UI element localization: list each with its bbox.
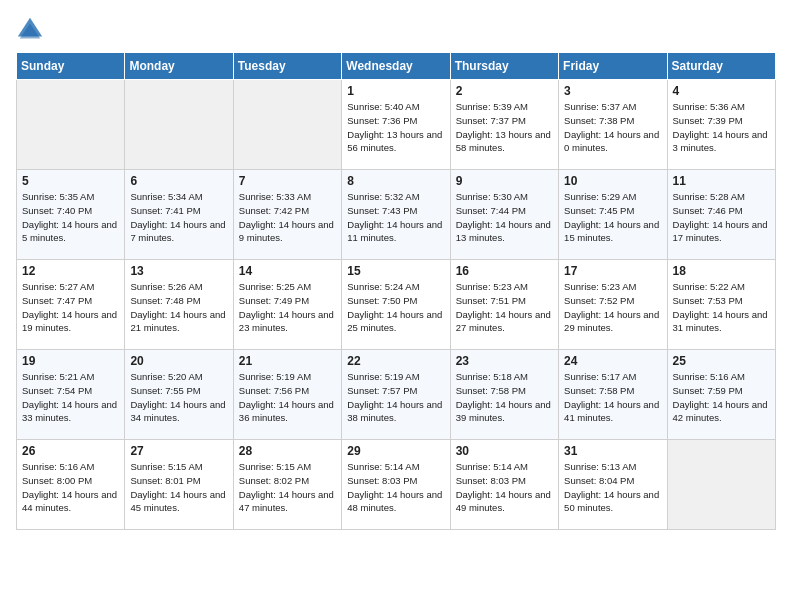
calendar-week-row: 12Sunrise: 5:27 AMSunset: 7:47 PMDayligh… — [17, 260, 776, 350]
day-detail: Sunrise: 5:19 AMSunset: 7:56 PMDaylight:… — [239, 370, 336, 425]
day-number: 9 — [456, 174, 553, 188]
day-detail: Sunrise: 5:30 AMSunset: 7:44 PMDaylight:… — [456, 190, 553, 245]
page-header — [16, 16, 776, 44]
logo-icon — [16, 16, 44, 44]
calendar-header: SundayMondayTuesdayWednesdayThursdayFrid… — [17, 53, 776, 80]
day-detail: Sunrise: 5:13 AMSunset: 8:04 PMDaylight:… — [564, 460, 661, 515]
day-number: 11 — [673, 174, 770, 188]
calendar-cell: 26Sunrise: 5:16 AMSunset: 8:00 PMDayligh… — [17, 440, 125, 530]
day-detail: Sunrise: 5:14 AMSunset: 8:03 PMDaylight:… — [347, 460, 444, 515]
weekday-header: Wednesday — [342, 53, 450, 80]
day-detail: Sunrise: 5:34 AMSunset: 7:41 PMDaylight:… — [130, 190, 227, 245]
day-number: 10 — [564, 174, 661, 188]
calendar-cell: 3Sunrise: 5:37 AMSunset: 7:38 PMDaylight… — [559, 80, 667, 170]
day-detail: Sunrise: 5:22 AMSunset: 7:53 PMDaylight:… — [673, 280, 770, 335]
calendar-cell: 2Sunrise: 5:39 AMSunset: 7:37 PMDaylight… — [450, 80, 558, 170]
day-number: 4 — [673, 84, 770, 98]
weekday-header: Tuesday — [233, 53, 341, 80]
weekday-header: Thursday — [450, 53, 558, 80]
day-number: 17 — [564, 264, 661, 278]
day-detail: Sunrise: 5:32 AMSunset: 7:43 PMDaylight:… — [347, 190, 444, 245]
calendar-cell: 10Sunrise: 5:29 AMSunset: 7:45 PMDayligh… — [559, 170, 667, 260]
day-number: 21 — [239, 354, 336, 368]
day-number: 23 — [456, 354, 553, 368]
day-detail: Sunrise: 5:28 AMSunset: 7:46 PMDaylight:… — [673, 190, 770, 245]
weekday-header: Saturday — [667, 53, 775, 80]
day-number: 5 — [22, 174, 119, 188]
day-detail: Sunrise: 5:20 AMSunset: 7:55 PMDaylight:… — [130, 370, 227, 425]
day-detail: Sunrise: 5:14 AMSunset: 8:03 PMDaylight:… — [456, 460, 553, 515]
day-detail: Sunrise: 5:15 AMSunset: 8:02 PMDaylight:… — [239, 460, 336, 515]
day-detail: Sunrise: 5:37 AMSunset: 7:38 PMDaylight:… — [564, 100, 661, 155]
calendar-cell: 17Sunrise: 5:23 AMSunset: 7:52 PMDayligh… — [559, 260, 667, 350]
day-number: 19 — [22, 354, 119, 368]
day-number: 14 — [239, 264, 336, 278]
day-detail: Sunrise: 5:40 AMSunset: 7:36 PMDaylight:… — [347, 100, 444, 155]
day-detail: Sunrise: 5:33 AMSunset: 7:42 PMDaylight:… — [239, 190, 336, 245]
day-number: 2 — [456, 84, 553, 98]
day-detail: Sunrise: 5:29 AMSunset: 7:45 PMDaylight:… — [564, 190, 661, 245]
day-number: 3 — [564, 84, 661, 98]
calendar-cell: 7Sunrise: 5:33 AMSunset: 7:42 PMDaylight… — [233, 170, 341, 260]
day-detail: Sunrise: 5:21 AMSunset: 7:54 PMDaylight:… — [22, 370, 119, 425]
day-detail: Sunrise: 5:19 AMSunset: 7:57 PMDaylight:… — [347, 370, 444, 425]
day-number: 13 — [130, 264, 227, 278]
calendar-cell — [17, 80, 125, 170]
calendar-cell: 28Sunrise: 5:15 AMSunset: 8:02 PMDayligh… — [233, 440, 341, 530]
day-detail: Sunrise: 5:39 AMSunset: 7:37 PMDaylight:… — [456, 100, 553, 155]
calendar-cell: 12Sunrise: 5:27 AMSunset: 7:47 PMDayligh… — [17, 260, 125, 350]
calendar-cell: 16Sunrise: 5:23 AMSunset: 7:51 PMDayligh… — [450, 260, 558, 350]
day-detail: Sunrise: 5:17 AMSunset: 7:58 PMDaylight:… — [564, 370, 661, 425]
calendar-cell: 15Sunrise: 5:24 AMSunset: 7:50 PMDayligh… — [342, 260, 450, 350]
calendar-cell: 4Sunrise: 5:36 AMSunset: 7:39 PMDaylight… — [667, 80, 775, 170]
day-number: 16 — [456, 264, 553, 278]
calendar-cell: 21Sunrise: 5:19 AMSunset: 7:56 PMDayligh… — [233, 350, 341, 440]
calendar-week-row: 1Sunrise: 5:40 AMSunset: 7:36 PMDaylight… — [17, 80, 776, 170]
day-detail: Sunrise: 5:18 AMSunset: 7:58 PMDaylight:… — [456, 370, 553, 425]
calendar-cell: 29Sunrise: 5:14 AMSunset: 8:03 PMDayligh… — [342, 440, 450, 530]
day-number: 7 — [239, 174, 336, 188]
calendar-cell: 23Sunrise: 5:18 AMSunset: 7:58 PMDayligh… — [450, 350, 558, 440]
day-number: 29 — [347, 444, 444, 458]
day-detail: Sunrise: 5:16 AMSunset: 7:59 PMDaylight:… — [673, 370, 770, 425]
calendar-cell: 5Sunrise: 5:35 AMSunset: 7:40 PMDaylight… — [17, 170, 125, 260]
calendar-body: 1Sunrise: 5:40 AMSunset: 7:36 PMDaylight… — [17, 80, 776, 530]
day-number: 18 — [673, 264, 770, 278]
day-detail: Sunrise: 5:25 AMSunset: 7:49 PMDaylight:… — [239, 280, 336, 335]
day-detail: Sunrise: 5:23 AMSunset: 7:51 PMDaylight:… — [456, 280, 553, 335]
calendar-cell: 19Sunrise: 5:21 AMSunset: 7:54 PMDayligh… — [17, 350, 125, 440]
calendar-week-row: 5Sunrise: 5:35 AMSunset: 7:40 PMDaylight… — [17, 170, 776, 260]
day-number: 28 — [239, 444, 336, 458]
day-detail: Sunrise: 5:35 AMSunset: 7:40 PMDaylight:… — [22, 190, 119, 245]
day-number: 24 — [564, 354, 661, 368]
calendar-cell: 9Sunrise: 5:30 AMSunset: 7:44 PMDaylight… — [450, 170, 558, 260]
calendar-table: SundayMondayTuesdayWednesdayThursdayFrid… — [16, 52, 776, 530]
calendar-cell: 13Sunrise: 5:26 AMSunset: 7:48 PMDayligh… — [125, 260, 233, 350]
calendar-cell: 31Sunrise: 5:13 AMSunset: 8:04 PMDayligh… — [559, 440, 667, 530]
day-number: 30 — [456, 444, 553, 458]
day-detail: Sunrise: 5:36 AMSunset: 7:39 PMDaylight:… — [673, 100, 770, 155]
day-detail: Sunrise: 5:23 AMSunset: 7:52 PMDaylight:… — [564, 280, 661, 335]
day-detail: Sunrise: 5:15 AMSunset: 8:01 PMDaylight:… — [130, 460, 227, 515]
calendar-cell: 18Sunrise: 5:22 AMSunset: 7:53 PMDayligh… — [667, 260, 775, 350]
calendar-cell: 24Sunrise: 5:17 AMSunset: 7:58 PMDayligh… — [559, 350, 667, 440]
weekday-header: Friday — [559, 53, 667, 80]
calendar-cell — [233, 80, 341, 170]
day-number: 1 — [347, 84, 444, 98]
calendar-cell — [667, 440, 775, 530]
calendar-week-row: 26Sunrise: 5:16 AMSunset: 8:00 PMDayligh… — [17, 440, 776, 530]
calendar-week-row: 19Sunrise: 5:21 AMSunset: 7:54 PMDayligh… — [17, 350, 776, 440]
calendar-cell: 1Sunrise: 5:40 AMSunset: 7:36 PMDaylight… — [342, 80, 450, 170]
day-detail: Sunrise: 5:27 AMSunset: 7:47 PMDaylight:… — [22, 280, 119, 335]
calendar-cell — [125, 80, 233, 170]
day-detail: Sunrise: 5:26 AMSunset: 7:48 PMDaylight:… — [130, 280, 227, 335]
day-number: 31 — [564, 444, 661, 458]
day-number: 8 — [347, 174, 444, 188]
calendar-cell: 22Sunrise: 5:19 AMSunset: 7:57 PMDayligh… — [342, 350, 450, 440]
calendar-cell: 30Sunrise: 5:14 AMSunset: 8:03 PMDayligh… — [450, 440, 558, 530]
day-detail: Sunrise: 5:24 AMSunset: 7:50 PMDaylight:… — [347, 280, 444, 335]
weekday-header: Sunday — [17, 53, 125, 80]
day-number: 6 — [130, 174, 227, 188]
day-number: 27 — [130, 444, 227, 458]
calendar-cell: 8Sunrise: 5:32 AMSunset: 7:43 PMDaylight… — [342, 170, 450, 260]
